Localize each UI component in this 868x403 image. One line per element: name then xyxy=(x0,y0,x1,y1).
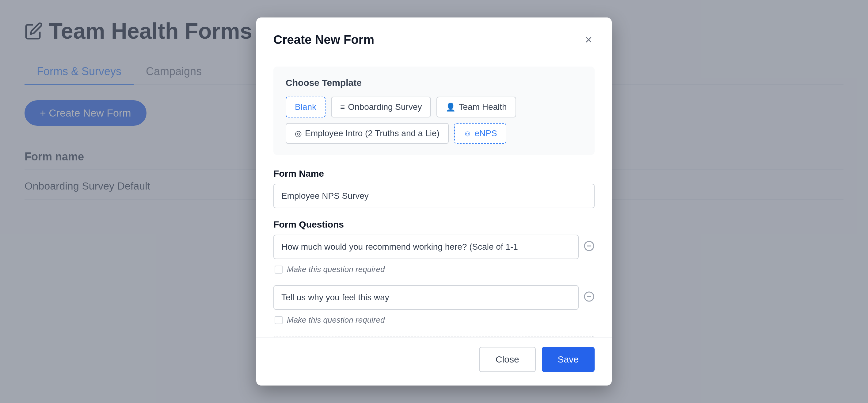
smile-icon: ☺ xyxy=(463,129,472,138)
question-input-2[interactable] xyxy=(273,285,579,310)
required-label-1: Make this question required xyxy=(287,265,385,274)
form-name-label: Form Name xyxy=(273,168,595,179)
template-employee-intro[interactable]: ◎ Employee Intro (2 Truths and a Lie) xyxy=(286,123,449,144)
modal-overlay: Create New Form × Choose Template Blank … xyxy=(0,0,868,403)
remove-question-1-button[interactable] xyxy=(584,240,595,253)
template-section: Choose Template Blank ≡ Onboarding Surve… xyxy=(273,66,595,155)
footer-close-button[interactable]: Close xyxy=(479,347,536,372)
required-checkbox-2[interactable] xyxy=(275,316,283,324)
template-enps-label: eNPS xyxy=(474,128,497,138)
template-team-health[interactable]: 👤 Team Health xyxy=(436,96,516,117)
footer-save-button[interactable]: Save xyxy=(542,347,595,372)
list-icon: ≡ xyxy=(340,103,345,112)
modal-header: Create New Form × xyxy=(256,18,612,59)
template-options: Blank ≡ Onboarding Survey 👤 Team Health … xyxy=(286,96,582,144)
template-team-health-label: Team Health xyxy=(459,102,507,112)
circle-icon: ◎ xyxy=(295,129,302,138)
questions-section: Form Questions Make this question requir… xyxy=(273,219,595,337)
template-enps[interactable]: ☺ eNPS xyxy=(454,123,506,144)
remove-question-2-button[interactable] xyxy=(584,291,595,304)
person-icon: 👤 xyxy=(446,103,456,112)
form-questions-label: Form Questions xyxy=(273,219,595,230)
template-onboarding-label: Onboarding Survey xyxy=(348,102,422,112)
create-form-modal: Create New Form × Choose Template Blank … xyxy=(256,18,612,385)
required-label-2: Make this question required xyxy=(287,315,385,325)
template-employee-intro-label: Employee Intro (2 Truths and a Lie) xyxy=(305,128,439,138)
question-row-2 xyxy=(273,285,595,310)
question-input-1[interactable] xyxy=(273,235,579,259)
template-blank[interactable]: Blank xyxy=(286,96,326,117)
template-onboarding[interactable]: ≡ Onboarding Survey xyxy=(331,96,431,117)
modal-title: Create New Form xyxy=(273,33,374,47)
template-label: Choose Template xyxy=(286,78,582,88)
modal-body: Choose Template Blank ≡ Onboarding Surve… xyxy=(256,59,612,337)
template-blank-label: Blank xyxy=(295,102,316,112)
form-name-input[interactable] xyxy=(273,184,595,208)
required-checkbox-1[interactable] xyxy=(275,266,283,274)
question-row-1 xyxy=(273,235,595,259)
modal-footer: Close Save xyxy=(256,337,612,385)
modal-close-button[interactable]: × xyxy=(583,31,595,48)
required-row-2: Make this question required xyxy=(273,315,595,325)
required-row-1: Make this question required xyxy=(273,265,595,274)
